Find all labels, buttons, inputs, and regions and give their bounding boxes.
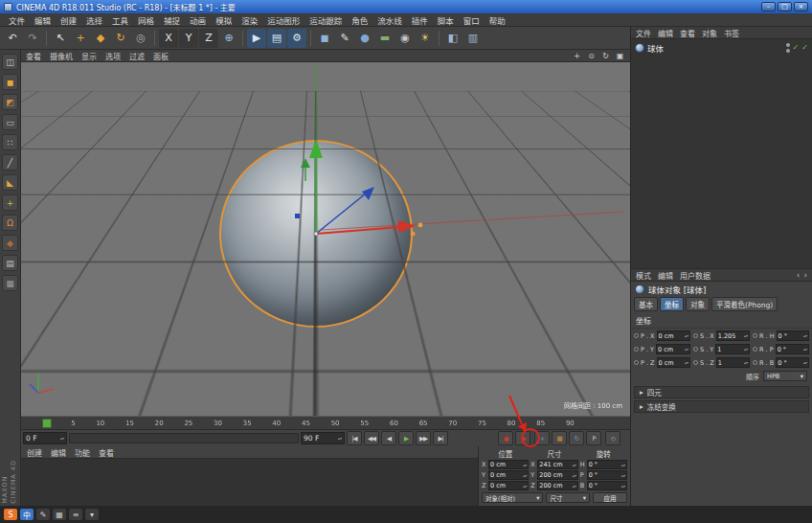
rotate-tool-icon[interactable]: ↻: [111, 29, 130, 48]
size-y-field[interactable]: 200 cm▴▾: [537, 470, 577, 480]
model-mode-icon[interactable]: ◼: [2, 74, 18, 90]
light-button[interactable]: ☀: [416, 29, 435, 48]
close-button[interactable]: ×: [794, 2, 808, 11]
end-frame-field[interactable]: 90 F ▴▾: [301, 432, 345, 444]
pan-view-icon[interactable]: +: [572, 52, 582, 60]
live-selection-icon[interactable]: ↖: [51, 29, 70, 48]
menu-item[interactable]: 渲染: [237, 14, 262, 26]
timeline-marker[interactable]: [42, 419, 52, 428]
object-manager-menu-item[interactable]: 文件: [636, 28, 651, 38]
menu-item[interactable]: 捕捉: [159, 14, 185, 26]
menu-item[interactable]: 脚本: [433, 14, 459, 26]
render-settings-button[interactable]: ⚙: [287, 29, 306, 48]
attribute-field-input[interactable]: 0 °▴▾: [777, 330, 809, 341]
goto-end-button[interactable]: ▶|: [433, 431, 448, 445]
attribute-tab[interactable]: 基本: [634, 297, 658, 311]
material-menu-item[interactable]: 编辑: [51, 447, 66, 458]
freeze-transform-section[interactable]: ▸ 冻结变换: [634, 400, 809, 413]
rotation-order-dropdown[interactable]: HPB▾: [763, 371, 807, 381]
transform-gizmo[interactable]: [21, 62, 630, 416]
autokey-button[interactable]: ◉: [515, 431, 530, 445]
menu-item[interactable]: 模拟: [211, 14, 237, 26]
material-list[interactable]: [21, 459, 478, 506]
ime-more-icon[interactable]: ▾: [85, 509, 99, 520]
position-y-field[interactable]: 0 cm▴▾: [488, 470, 529, 480]
layout-button[interactable]: ▥: [463, 29, 483, 48]
workplane-lock-icon[interactable]: ▦: [2, 275, 18, 291]
menu-item[interactable]: 动画: [185, 14, 211, 26]
keyframe-selection-button[interactable]: ◇: [605, 431, 620, 445]
viewport-menu-item[interactable]: 选项: [105, 51, 121, 61]
viewport-menu-item[interactable]: 显示: [81, 51, 97, 61]
record-position-button[interactable]: +: [534, 431, 550, 445]
object-manager-menu-item[interactable]: 书签: [724, 28, 739, 38]
points-mode-icon[interactable]: ∷: [2, 134, 18, 150]
primitive-cube-button[interactable]: ◼: [315, 29, 334, 48]
menu-item[interactable]: 创建: [56, 14, 81, 26]
menu-item[interactable]: 窗口: [459, 14, 485, 26]
undo-icon[interactable]: ↶: [3, 29, 22, 48]
generator-check-icon[interactable]: ✓: [801, 44, 808, 52]
keyframe-bullet-icon[interactable]: [693, 333, 698, 338]
timeline-scrollbar[interactable]: [69, 433, 299, 443]
scale-tool-icon[interactable]: ◆: [91, 29, 110, 48]
rotation-b-field[interactable]: 0 °▴▾: [587, 481, 627, 490]
object-manager-tree[interactable]: 球体 ✓ ✓: [631, 39, 812, 269]
position-x-field[interactable]: 0 cm▴▾: [488, 460, 529, 469]
keyframe-bullet-icon[interactable]: [634, 347, 639, 352]
ime-keyboard-icon[interactable]: ▦: [53, 509, 66, 520]
object-row-sphere[interactable]: 球体 ✓ ✓: [633, 41, 810, 55]
quantize-icon[interactable]: ◆: [2, 235, 18, 251]
snap-icon[interactable]: Ω: [2, 215, 18, 231]
menu-item[interactable]: 运动图形: [262, 14, 304, 26]
attribute-field-input[interactable]: 1▴▾: [715, 344, 750, 354]
viewport-menu-item[interactable]: 查看: [26, 51, 41, 61]
lock-z-axis-button[interactable]: Z: [199, 29, 218, 48]
maximize-button[interactable]: □: [778, 2, 792, 11]
size-x-field[interactable]: 241 cm▴▾: [537, 460, 577, 469]
last-tool-icon[interactable]: ◎: [131, 29, 150, 48]
keyframe-bullet-icon[interactable]: [753, 347, 757, 352]
object-manager-menu-item[interactable]: 编辑: [658, 28, 673, 38]
prev-key-button[interactable]: ◀◀: [364, 431, 379, 445]
record-parameter-button[interactable]: P: [586, 431, 601, 445]
coordinate-system-icon[interactable]: ⊕: [219, 29, 238, 48]
attribute-menu-item[interactable]: 模式: [636, 270, 651, 281]
goto-start-button[interactable]: |◀: [347, 431, 362, 445]
texture-mode-icon[interactable]: ◩: [2, 94, 18, 110]
keyframe-bullet-icon[interactable]: [693, 347, 698, 352]
ime-menu-icon[interactable]: ≡: [69, 509, 82, 520]
record-scale-button[interactable]: ▦: [552, 431, 567, 445]
position-z-field[interactable]: 0 cm▴▾: [488, 481, 529, 490]
object-manager-menu-item[interactable]: 对象: [702, 28, 717, 38]
keyframe-bullet-icon[interactable]: [634, 360, 639, 365]
spinner-icon[interactable]: ▴▾: [60, 437, 64, 440]
spinner-icon[interactable]: ▴▾: [338, 437, 342, 440]
minimize-button[interactable]: –: [761, 2, 776, 11]
object-manager-menu-item[interactable]: 查看: [680, 28, 695, 38]
attribute-tab[interactable]: 对象: [686, 297, 710, 311]
polygons-mode-icon[interactable]: ◣: [2, 174, 18, 191]
coordinate-mode-dropdown[interactable]: 对象(相对)▾: [482, 492, 543, 503]
toggle-view-icon[interactable]: ▣: [615, 52, 625, 60]
redo-icon[interactable]: ↷: [23, 29, 42, 48]
keyframe-bullet-icon[interactable]: [753, 333, 757, 338]
attribute-menu-item[interactable]: 用户数据: [680, 270, 710, 281]
viewport-menu-item[interactable]: 摄像机: [50, 51, 73, 61]
attribute-tab[interactable]: 平滑着色(Phong): [711, 297, 778, 311]
attribute-field-input[interactable]: 1▴▾: [716, 357, 750, 368]
material-menu-item[interactable]: 查看: [99, 447, 114, 458]
play-button[interactable]: ▶: [398, 431, 414, 445]
rotation-p-field[interactable]: 0 °▴▾: [587, 470, 627, 480]
edges-mode-icon[interactable]: ╱: [2, 154, 18, 171]
attribute-menu-item[interactable]: 编辑: [658, 270, 673, 281]
zoom-view-icon[interactable]: ⊙: [586, 52, 597, 60]
lock-y-axis-button[interactable]: Y: [179, 29, 198, 48]
start-frame-field[interactable]: 0 F ▴▾: [23, 432, 67, 444]
prev-frame-button[interactable]: ◀: [381, 431, 396, 445]
history-back-icon[interactable]: ‹: [797, 270, 801, 280]
camera-button[interactable]: ◉: [395, 29, 415, 48]
attribute-field-input[interactable]: 0 cm▴▾: [657, 357, 690, 368]
ime-logo-icon[interactable]: S: [4, 509, 17, 520]
rotate-view-icon[interactable]: ↻: [600, 52, 611, 60]
